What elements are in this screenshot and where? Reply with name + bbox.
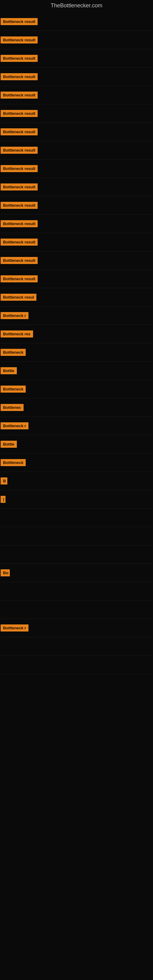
- site-title-container: TheBottlenecker.com: [0, 0, 153, 13]
- bottleneck-result-label: Bottleneck result: [1, 183, 38, 191]
- bottleneck-result-label: Bottleneck r: [1, 312, 29, 319]
- list-item: Bottleneck r: [0, 307, 153, 325]
- list-item: B: [0, 472, 153, 490]
- bottleneck-result-label: Bottleneck: [1, 385, 26, 393]
- bottleneck-result-label: Bottleneck result: [1, 110, 38, 117]
- list-item: Bottleneck result: [0, 196, 153, 215]
- bottleneck-result-label: Bottleneck result: [1, 165, 38, 172]
- bottleneck-result-label: Bottle: [1, 441, 17, 448]
- bottleneck-result-label: |: [1, 496, 5, 503]
- list-item: [0, 582, 153, 601]
- bottleneck-result-label: Bottlenec: [1, 404, 24, 411]
- bottleneck-result-label: Bottleneck result: [1, 239, 38, 246]
- list-item: [0, 527, 153, 546]
- items-container: Bottleneck resultBottleneck resultBottle…: [0, 13, 153, 674]
- bottleneck-result-label: Bottleneck: [1, 459, 26, 466]
- list-item: Bottleneck result: [0, 31, 153, 49]
- list-item: Bottleneck result: [0, 178, 153, 196]
- bottleneck-result-label: Bottleneck: [1, 349, 26, 356]
- site-title: TheBottlenecker.com: [0, 0, 153, 13]
- list-item: Bottleneck result: [0, 86, 153, 105]
- bottleneck-result-label: Bottleneck result: [1, 147, 38, 154]
- bottleneck-result-label: Bottleneck result: [1, 275, 38, 282]
- bottleneck-result-label: Bottleneck resul: [1, 294, 37, 301]
- list-item: Bottleneck result: [0, 233, 153, 251]
- bottleneck-result-label: Bottleneck r: [1, 624, 29, 632]
- list-item: Bottleneck result: [0, 49, 153, 68]
- list-item: [0, 637, 153, 656]
- list-item: Bottleneck result: [0, 215, 153, 233]
- bottleneck-result-label: Bottleneck result: [1, 220, 38, 227]
- list-item: Bottleneck r: [0, 417, 153, 435]
- bottleneck-result-label: Bottleneck r: [1, 422, 29, 430]
- bottleneck-result-label: Bottleneck result: [1, 55, 38, 62]
- list-item: Bottleneck: [0, 453, 153, 472]
- list-item: Bottleneck result: [0, 270, 153, 288]
- bottleneck-result-label: Bottleneck result: [1, 18, 38, 25]
- list-item: Bottleneck result: [0, 68, 153, 86]
- list-item: Bo: [0, 564, 153, 582]
- bottleneck-result-label: Bottleneck result: [1, 257, 38, 264]
- list-item: Bottle: [0, 362, 153, 380]
- list-item: Bottleneck result: [0, 141, 153, 159]
- bottleneck-result-label: Bottleneck res: [1, 331, 33, 337]
- list-item: [0, 546, 153, 564]
- bottleneck-result-label: Bottleneck result: [1, 202, 38, 209]
- list-item: Bottleneck result: [0, 123, 153, 141]
- list-item: [0, 656, 153, 674]
- list-item: Bottleneck result: [0, 251, 153, 270]
- list-item: Bottle: [0, 435, 153, 453]
- bottleneck-result-label: B: [1, 477, 7, 485]
- list-item: Bottleneck: [0, 343, 153, 362]
- bottleneck-result-label: Bottle: [1, 367, 17, 374]
- bottleneck-result-label: Bottleneck result: [1, 37, 38, 43]
- list-item: [0, 601, 153, 619]
- list-item: Bottleneck: [0, 380, 153, 398]
- list-item: Bottleneck result: [0, 13, 153, 31]
- list-item: |: [0, 490, 153, 509]
- list-item: Bottlenec: [0, 398, 153, 417]
- list-item: Bottleneck res: [0, 325, 153, 343]
- bottleneck-result-label: Bottleneck result: [1, 128, 38, 135]
- list-item: [0, 509, 153, 527]
- bottleneck-result-label: Bottleneck result: [1, 73, 38, 80]
- list-item: Bottleneck r: [0, 619, 153, 637]
- bottleneck-result-label: Bo: [1, 569, 10, 576]
- list-item: Bottleneck resul: [0, 288, 153, 307]
- list-item: Bottleneck result: [0, 159, 153, 178]
- list-item: Bottleneck result: [0, 105, 153, 123]
- bottleneck-result-label: Bottleneck result: [1, 92, 38, 99]
